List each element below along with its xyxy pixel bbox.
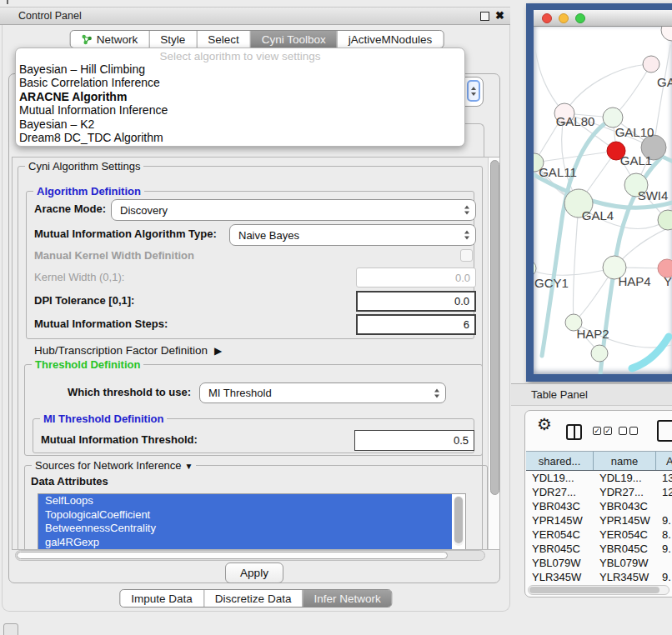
gear-icon[interactable]: ⚙ [537, 414, 552, 434]
network-edge[interactable] [573, 203, 579, 322]
algorithm-definition-title: Algorithm Definition [33, 185, 144, 198]
network-edge-highlight[interactable] [632, 337, 669, 368]
list-scrollbar[interactable] [454, 496, 464, 546]
table-panel-titlebar: Table Panel [511, 383, 672, 406]
scrollbar-thumb[interactable] [490, 160, 499, 495]
algorithm-option-mutual-information-inference[interactable]: Mutual Information Inference [16, 103, 464, 117]
tab-discretize-data[interactable]: Discretize Data [204, 590, 303, 607]
table-cell: YLR345W [594, 570, 656, 584]
tab-infer-network[interactable]: Infer Network [303, 590, 391, 607]
network-edge[interactable] [534, 162, 534, 268]
table-cell: 9. [656, 570, 672, 584]
table-row[interactable]: YBR043CYBR043C [526, 499, 672, 513]
table-row[interactable]: YPR145WYPR145W9. [526, 513, 672, 528]
tab-label: Cyni Toolbox [262, 33, 326, 46]
settings-horizontal-scrollbar[interactable] [15, 550, 485, 561]
mi-steps-value: 6 [464, 318, 469, 331]
column-header-a[interactable]: A [656, 452, 672, 470]
algorithm-option-bayesian-k2[interactable]: Bayesian – K2 [16, 118, 464, 131]
attribute-item-topologicalcoefficient[interactable]: TopologicalCoefficient [38, 508, 452, 522]
new-table-icon[interactable] [657, 420, 672, 442]
mi-threshold-input[interactable]: 0.5 [354, 430, 474, 451]
expand-arrow-icon[interactable]: ▶ [214, 345, 222, 357]
mi-steps-input[interactable]: 6 [356, 314, 476, 335]
scrollbar-thumb[interactable] [529, 587, 659, 593]
mi-threshold-definition-title: MI Threshold Definition [40, 412, 167, 425]
table-row[interactable]: YDR27...YDR27...12 [526, 485, 672, 499]
zoom-light-icon[interactable] [575, 13, 585, 23]
network-node-1[interactable] [643, 56, 659, 72]
table-row[interactable]: YER054CYER054C8. [526, 528, 672, 542]
attribute-item-selfloops[interactable]: SelfLoops [38, 494, 452, 508]
table-horizontal-scrollbar[interactable] [528, 585, 669, 595]
select-all-checkbox-icon[interactable]: ✓ [593, 427, 601, 435]
table-row[interactable]: YDL19...YDL19...13 [526, 471, 672, 485]
settings-scrollpane: Cyni Algorithm Settings Algorithm Defini… [12, 157, 500, 550]
dpi-tolerance-input[interactable]: 0.0 [356, 291, 476, 312]
algorithm-option-aracne-algorithm[interactable]: ARACNE Algorithm [16, 90, 464, 103]
manual-kernel-checkbox[interactable] [460, 249, 473, 262]
which-threshold-combobox[interactable]: MI Threshold [199, 382, 446, 403]
float-icon[interactable] [480, 12, 489, 21]
settings-vertical-scrollbar[interactable] [488, 158, 500, 549]
dpi-tolerance-value: 0.0 [454, 295, 469, 308]
hub-definition-toggle[interactable]: Hub/Transcription Factor Definition▶ [34, 344, 222, 358]
table-cell [656, 499, 672, 513]
kernel-width-input[interactable]: 0.0 [356, 268, 476, 288]
tab-impute-data[interactable]: Impute Data [120, 590, 204, 607]
network-edge[interactable] [564, 64, 651, 113]
data-attributes-list[interactable]: SelfLoopsTopologicalCoefficientBetweenne… [38, 493, 466, 550]
tab-style[interactable]: Style [149, 31, 197, 48]
tab-jactivemnodules[interactable]: jActiveMNodules [338, 31, 444, 48]
algorithm-option-dream8-dc-tdc-algorithm[interactable]: Dream8 DC_TDC Algorithm [16, 131, 464, 144]
network-node-14[interactable] [591, 345, 608, 362]
sources-title[interactable]: Sources for Network Inference▼ [32, 459, 196, 472]
collapsed-panel-button[interactable] [3, 623, 18, 635]
table-header-row[interactable]: shared...nameA [526, 451, 672, 471]
network-node-9[interactable] [658, 210, 672, 230]
kernel-width-value: 0.0 [455, 272, 470, 284]
minimize-light-icon[interactable] [559, 13, 569, 23]
select-all-checkbox-icon[interactable]: ✓ [604, 427, 612, 435]
network-edge[interactable] [535, 50, 564, 113]
spinner-icon [464, 231, 469, 240]
close-icon[interactable]: ✖ [495, 9, 504, 22]
tab-label: Impute Data [131, 592, 193, 605]
deselect-checkbox-icon[interactable] [629, 427, 638, 435]
deselect-checkbox-icon[interactable] [619, 427, 627, 435]
scrollbar-thumb[interactable] [17, 552, 448, 559]
network-window-titlebar[interactable] [534, 10, 672, 27]
apply-button[interactable]: Apply [225, 562, 283, 583]
combobox-spinner-icon[interactable] [467, 80, 480, 102]
table-row[interactable]: YBR045CYBR045C9. [526, 542, 672, 556]
attribute-item-gal4rgexp[interactable]: gal4RGexp [38, 536, 452, 550]
table-row[interactable]: YLR345WYLR345W9. [526, 570, 672, 584]
network-edge[interactable] [534, 151, 616, 162]
attribute-item-betweennesscentrality[interactable]: BetweennessCentrality [38, 522, 452, 536]
network-canvas[interactable]: GALGAL80GAL10GAL1GAL11SWI4GAL4GCY1HAP4YH… [534, 27, 672, 374]
tab-network[interactable]: Network [71, 31, 150, 48]
control-panel-tabs: NetworkStyleSelectCyni ToolboxjActiveMNo… [70, 30, 444, 48]
aracne-mode-combobox[interactable]: Discovery [111, 199, 476, 221]
mi-type-value: Naive Bayes [238, 229, 299, 242]
column-header-shared[interactable]: shared... [526, 452, 594, 470]
algorithm-option-bayesian-hill-climbing[interactable]: Bayesian – Hill Climbing [16, 62, 464, 76]
network-graph[interactable]: GALGAL80GAL10GAL1GAL11SWI4GAL4GCY1HAP4YH… [534, 27, 672, 374]
tab-select[interactable]: Select [197, 31, 251, 48]
table-cell: YER054C [594, 528, 656, 542]
node-label-hap2: HAP2 [576, 327, 609, 341]
node-label-gal10: GAL10 [615, 125, 654, 139]
algorithm-option-basic-correlation-inference[interactable]: Basic Correlation Inference [16, 76, 464, 89]
mi-type-combobox[interactable]: Naive Bayes [229, 224, 476, 246]
network-node-0[interactable] [661, 27, 672, 41]
node-label-gcy1: GCY1 [534, 276, 569, 290]
close-light-icon[interactable] [542, 13, 552, 23]
table-cell: YBR043C [526, 499, 594, 513]
network-view-frame[interactable]: GALGAL80GAL10GAL1GAL11SWI4GAL4GCY1HAP4YH… [526, 3, 672, 382]
tab-cyni-toolbox[interactable]: Cyni Toolbox [251, 31, 338, 48]
column-header-name[interactable]: name [594, 452, 656, 470]
table-row[interactable]: YBL079WYBL079W [526, 556, 672, 570]
collapse-arrow-icon[interactable]: ▼ [185, 462, 193, 471]
columns-icon[interactable] [566, 424, 582, 440]
network-node-10[interactable] [534, 260, 536, 277]
